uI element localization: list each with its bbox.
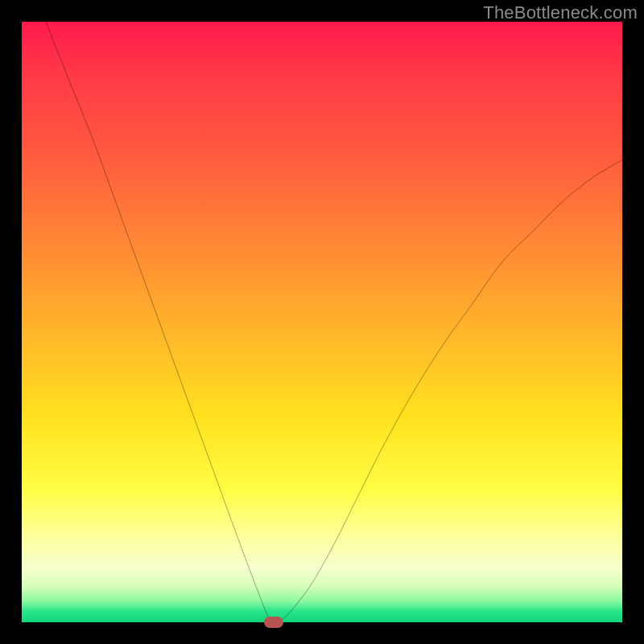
minimum-marker xyxy=(264,617,283,628)
watermark-text: TheBottleneck.com xyxy=(483,2,638,23)
bottleneck-curve xyxy=(22,22,622,622)
plot-area xyxy=(22,22,622,622)
chart-frame: TheBottleneck.com xyxy=(0,0,644,644)
